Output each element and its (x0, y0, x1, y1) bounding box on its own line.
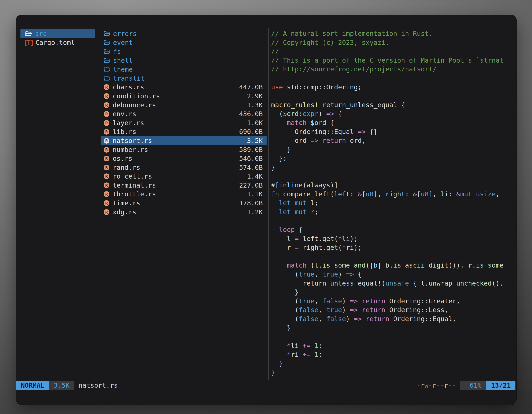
code-line: let mut r; (271, 208, 514, 217)
code-line: *ri += 1; (271, 350, 514, 359)
item-size: 447.0B (239, 83, 267, 91)
item-size: 2.9K (247, 92, 267, 100)
code-line: ($ord:expr) => { (271, 109, 514, 118)
item-size: 3.5K (247, 137, 267, 144)
rust-file-icon: R (104, 129, 109, 135)
rust-file-icon: R (104, 102, 109, 108)
file-item-os.rs[interactable]: Ros.rs546.0B (101, 154, 267, 163)
item-size: 546.0B (239, 155, 267, 163)
item-label: debounce.rs (113, 101, 156, 109)
folder-open-icon (104, 57, 110, 64)
code-line: fn compare_left(left: &[u8], right: &[u8… (271, 190, 514, 199)
file-item-throttle.rs[interactable]: Rthrottle.rs1.1K (101, 190, 267, 199)
item-size: 436.0B (239, 110, 267, 118)
rust-file-icon: R (104, 147, 109, 153)
item-label: os.rs (113, 155, 132, 163)
yazi-file-manager-window: src[T]Cargo.toml errorseventfsshelltheme… (16, 15, 516, 404)
code-line: (true, true) => { (271, 270, 514, 279)
code-line (271, 216, 514, 225)
code-line (271, 92, 514, 101)
file-item-number.rs[interactable]: Rnumber.rs589.0B (101, 145, 267, 154)
code-line: } (271, 368, 514, 377)
code-line: ord => return ord, (271, 136, 514, 145)
file-item-debounce.rs[interactable]: Rdebounce.rs1.3K (101, 101, 267, 110)
rust-file-icon: R (104, 120, 109, 126)
item-size: 178.0B (239, 199, 267, 207)
cursor-position-badge: 13/21 (486, 381, 515, 390)
file-item-translit[interactable]: translit (101, 74, 267, 83)
item-size: 1.1K (247, 190, 267, 198)
code-line: } (271, 288, 514, 297)
item-label: shell (113, 57, 133, 64)
code-line: } (271, 324, 514, 333)
code-line: return_unless_equal!(unsafe { l.unwrap_u… (271, 279, 514, 288)
file-item-time.rs[interactable]: Rtime.rs178.0B (101, 199, 267, 208)
code-line: }; (271, 154, 514, 163)
file-item-lib.rs[interactable]: Rlib.rs690.0B (101, 127, 267, 136)
rust-file-icon: R (104, 209, 109, 215)
file-permissions: -rw-r--r-- (417, 381, 456, 390)
rust-file-icon: R (104, 138, 109, 144)
code-line: (true, false) => return Ordering::Greate… (271, 297, 514, 306)
rust-file-icon: R (104, 156, 109, 161)
code-line: // This is a port of the C version of Ma… (271, 56, 514, 65)
code-line: match (l.is_some_and(|b| b.is_ascii_digi… (271, 261, 514, 270)
file-item-shell[interactable]: shell (101, 56, 267, 65)
parent-item-Cargo.toml[interactable]: [T]Cargo.toml (20, 38, 95, 47)
rust-file-icon: R (104, 173, 109, 179)
item-label: terminal.rs (113, 182, 156, 189)
item-label: natsort.rs (113, 137, 152, 144)
rust-file-icon: R (104, 93, 109, 99)
file-preview-pane: // A natural sort implementation in Rust… (271, 29, 514, 377)
code-line: // A natural sort implementation in Rust… (271, 29, 514, 38)
rust-file-icon: R (104, 111, 109, 117)
file-item-condition.rs[interactable]: Rcondition.rs2.9K (101, 92, 267, 101)
current-directory-pane: errorseventfsshellthemetranslitRchars.rs… (101, 29, 267, 216)
item-size: 1.3K (247, 101, 267, 109)
parent-item-src[interactable]: src (20, 29, 95, 38)
folder-open-icon (104, 30, 110, 37)
file-item-chars.rs[interactable]: Rchars.rs447.0B (101, 83, 267, 92)
item-size: 1.0K (247, 119, 267, 127)
item-label: theme (113, 66, 133, 73)
scroll-percent-badge: 61% (460, 381, 486, 390)
file-item-rand.rs[interactable]: Rrand.rs574.0B (101, 163, 267, 172)
file-item-errors[interactable]: errors (101, 29, 267, 38)
item-size: 1.4K (247, 173, 267, 180)
code-line: *li += 1; (271, 341, 514, 350)
item-label: event (113, 39, 133, 47)
file-item-theme[interactable]: theme (101, 65, 267, 74)
file-item-event[interactable]: event (101, 38, 267, 47)
item-label: condition.rs (113, 92, 160, 100)
toml-file-icon: [T] (24, 39, 34, 46)
file-item-ro_cell.rs[interactable]: Rro_cell.rs1.4K (101, 172, 267, 181)
item-label: errors (113, 30, 137, 38)
code-line: (false, true) => return Ordering::Less, (271, 306, 514, 315)
code-line: l = left.get(*li); (271, 234, 514, 243)
item-label: throttle.rs (113, 190, 156, 198)
item-size: 227.0B (239, 182, 267, 189)
code-line: let mut l; (271, 199, 514, 208)
item-label: fs (113, 48, 121, 55)
code-line: Ordering::Equal => {} (271, 127, 514, 136)
file-item-layer.rs[interactable]: Rlayer.rs1.0K (101, 118, 267, 127)
rust-file-icon: R (104, 183, 109, 188)
status-filename: natsort.rs (78, 381, 118, 390)
pane-separator (268, 29, 269, 380)
file-size-badge: 3.5K (49, 381, 74, 390)
desktop-background: { "palette": { "accent_blue": "#4D9DDE",… (0, 0, 532, 414)
code-line: } (271, 163, 514, 172)
code-line: use std::cmp::Ordering; (271, 83, 514, 92)
status-bar: NORMAL 3.5K natsort.rs -rw-r--r-- 61% 13… (16, 381, 516, 390)
item-size: 589.0B (239, 146, 267, 154)
file-item-fs[interactable]: fs (101, 47, 267, 56)
file-item-natsort.rs[interactable]: Rnatsort.rs3.5K (101, 136, 267, 145)
file-item-terminal.rs[interactable]: Rterminal.rs227.0B (101, 181, 267, 190)
mode-badge: NORMAL (16, 381, 49, 390)
file-item-env.rs[interactable]: Renv.rs436.0B (101, 109, 267, 118)
folder-open-icon (104, 39, 110, 46)
rust-file-icon: R (104, 191, 109, 197)
code-line: #[inline(always)] (271, 181, 514, 190)
file-item-xdg.rs[interactable]: Rxdg.rs1.2K (101, 208, 267, 217)
code-line: } (271, 359, 514, 368)
